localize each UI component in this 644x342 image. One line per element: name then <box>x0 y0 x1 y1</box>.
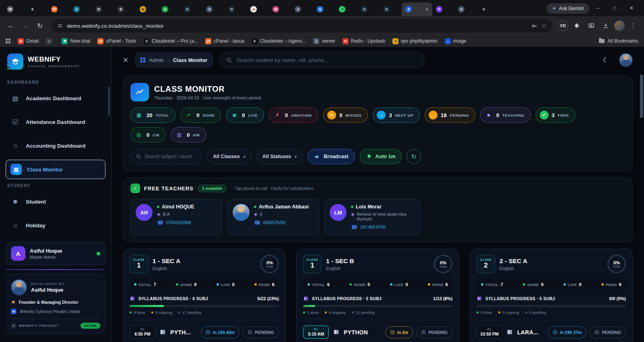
current-user-card[interactable]: A Asiful Hoque Master Admin <box>6 242 105 265</box>
all-bookmarks-button[interactable]: All Bookmarks <box>599 38 638 44</box>
bookmark-item[interactable]: R Redis - Upstash <box>343 38 385 44</box>
stat-chip[interactable]: ◉ 0 LIVE <box>226 107 264 123</box>
browser-tab[interactable]: ar ✕ <box>247 2 269 16</box>
bookmark-item[interactable]: X Cloudexter – Agenc... <box>252 38 306 44</box>
browser-tab[interactable]: cP ✕ <box>47 2 70 16</box>
broadcast-button[interactable]: Broadcast <box>308 149 355 164</box>
sidebar-item[interactable]: ☑ Attendance Dashboard <box>6 112 105 132</box>
address-bar[interactable]: demo.webnify.co.in/admin/class_monitor ☆ <box>52 19 552 33</box>
stat-chip[interactable]: ✗ 0 AWAITING <box>269 107 318 123</box>
browser-tab[interactable]: N ✕ <box>357 2 380 16</box>
free-teacher-card[interactable]: LM Lois Morar ◈ Aeneus vir texo quam eiu… <box>324 199 420 235</box>
sidebar-scrollbar-thumb[interactable] <box>108 87 110 115</box>
header-profile-avatar[interactable] <box>619 53 633 67</box>
stat-chip[interactable]: ✔ 3 FREE <box>536 107 576 123</box>
bookmark-item[interactable]: ● <box>46 38 54 44</box>
browser-tab[interactable]: D ✕ <box>114 2 136 16</box>
close-window-button[interactable]: ✕ <box>623 2 640 14</box>
auto-refresh-button[interactable]: Auto 1m <box>360 149 402 164</box>
browser-tab[interactable]: N ✕ <box>380 2 402 16</box>
class-card[interactable]: CLASS 1 1 - SEC B English 0% today <box>296 249 459 342</box>
class-filter-select[interactable]: All Classes ▾ <box>207 149 252 164</box>
period-row[interactable]: P1 10:50 PM LARA... in <box>477 320 626 339</box>
search-tabs-icon[interactable] <box>585 20 597 32</box>
breadcrumb-root[interactable]: Admin <box>149 57 164 63</box>
sidebar-item[interactable]: ☻ Student <box>6 192 105 211</box>
download-icon[interactable] <box>600 20 612 32</box>
free-teacher-card[interactable]: AH Ainul HOQUE ◈ B.A <box>130 199 222 235</box>
reload-button[interactable]: ↻ <box>34 20 46 32</box>
browser-tab[interactable]: N ✕ <box>225 2 247 16</box>
student-search[interactable] <box>219 52 425 68</box>
browser-tab[interactable]: X ✕ <box>25 2 47 16</box>
stat-chip[interactable]: ▥ 0 HW <box>171 127 206 142</box>
browser-tab[interactable]: w ✕ <box>136 2 158 16</box>
stat-chip[interactable]: ▤ 0 CW <box>130 127 166 142</box>
bookmark-item[interactable]: cP cPanel - taxca <box>205 38 244 44</box>
dark-mode-moon-icon[interactable]: ☾ <box>599 53 613 67</box>
subject-search-input[interactable] <box>144 154 192 159</box>
stat-chip[interactable]: ✔ 0 DONE <box>180 107 221 123</box>
forward-button[interactable]: → <box>19 20 31 32</box>
tab-close-icon[interactable]: ✕ <box>425 7 429 12</box>
class-card[interactable]: CLASS 2 2 - SEC A English 0% today <box>470 249 633 342</box>
stat-chip[interactable]: … 18 PENDING <box>425 107 475 123</box>
status-filter-select[interactable]: All Statuses ▾ <box>256 149 303 164</box>
apps-grid-icon[interactable] <box>6 39 10 43</box>
bookmark-item[interactable]: X Cloudexter – Pro (a... <box>144 38 198 44</box>
teacher-phone[interactable]: ☎ 07002152568 <box>157 220 194 226</box>
subject-search[interactable] <box>130 149 202 164</box>
browser-tab[interactable]: A ✕ <box>291 2 313 16</box>
app-logo[interactable]: WEBNIFY SCHOOL MANAGEMENT <box>0 47 111 74</box>
password-key-icon[interactable] <box>531 23 537 29</box>
page-scrollbar-thumb[interactable] <box>640 74 643 118</box>
profile-initials-badge[interactable]: FD <box>558 21 568 31</box>
stat-chip[interactable]: ▦ 20 TOTAL <box>130 107 175 123</box>
student-search-input[interactable] <box>236 57 418 63</box>
bookmark-item[interactable]: M Gmail <box>18 38 39 44</box>
browser-tab[interactable]: 3 ✕ <box>335 2 357 16</box>
bookmark-item[interactable]: ▲ image <box>445 38 466 44</box>
bookmark-star-icon[interactable]: ☆ <box>541 22 547 29</box>
stat-chip[interactable]: ✕ 0 MISSED <box>323 107 368 123</box>
breadcrumb[interactable]: Admin › Class Monitor <box>135 52 213 68</box>
site-info-icon[interactable] <box>57 23 63 29</box>
minimize-button[interactable]: ─ <box>589 2 606 14</box>
browser-tab[interactable]: G ✕ <box>313 2 335 16</box>
teacher-phone[interactable]: ☎ 167-463-6766 <box>351 224 415 230</box>
bookmark-item[interactable]: cP cPanel - Tools <box>97 38 136 44</box>
browser-tab[interactable]: A ✕ <box>70 2 92 16</box>
sidebar-item[interactable]: ⌂ Accounting Dashboard <box>6 136 105 155</box>
close-icon[interactable]: ✕ <box>123 56 128 64</box>
back-button[interactable]: ← <box>5 20 17 32</box>
bookmark-item[interactable]: ☰ server <box>313 38 335 44</box>
extensions-puzzle-icon[interactable] <box>571 20 583 32</box>
sidebar-item[interactable]: ☼ Holiday <box>6 216 105 235</box>
free-teacher-card[interactable]: AJ Arifus Jaman Abbasi ◈ It <box>227 199 319 235</box>
browser-tab[interactable]: D ✕ <box>92 2 114 16</box>
browser-profile-avatar[interactable] <box>614 21 625 31</box>
maximize-button[interactable]: □ <box>606 2 623 14</box>
period-row[interactable]: P1 6:55 PM PYTH... in <box>130 320 279 339</box>
teacher-phone[interactable]: ☎ 6002575252 <box>254 220 309 226</box>
browser-tab[interactable]: N ✕ <box>180 2 202 16</box>
ask-gemini-button[interactable]: ✦ Ask Gemini <box>547 3 589 14</box>
browser-tab[interactable]: P ✕ <box>432 2 454 16</box>
stat-chip[interactable]: ☻ 0 TEACHING <box>480 107 531 123</box>
browser-tab[interactable]: M ✕ <box>269 2 291 16</box>
sidebar-item[interactable]: ▦ Class Monitor <box>6 160 105 179</box>
sidebar-item[interactable]: ▤ Academic Dashboard <box>6 89 105 108</box>
new-tab-button[interactable]: + <box>478 4 489 15</box>
browser-tab[interactable]: w ✕ <box>158 2 180 16</box>
class-card[interactable]: CLASS 1 1 - SEC A English 0% today <box>123 249 286 342</box>
bookmark-item[interactable]: ✱ New chat <box>62 38 90 44</box>
browser-tab[interactable]: W ✕ <box>3 2 25 16</box>
refresh-button[interactable]: ↻ <box>407 149 421 164</box>
browser-tab[interactable]: d ✕ <box>402 2 432 16</box>
browser-tab[interactable]: A ✕ <box>454 2 477 16</box>
browser-menu-kebab-icon[interactable]: ⋮ <box>627 20 639 32</box>
bookmark-item[interactable]: V vps phpMyadmin <box>392 38 438 44</box>
period-row[interactable]: P1 3:15 AM PYTHON in 2 <box>303 320 452 339</box>
browser-tab[interactable]: A ✕ <box>202 2 225 16</box>
stat-chip[interactable]: → 3 NEXT UP <box>373 107 420 123</box>
